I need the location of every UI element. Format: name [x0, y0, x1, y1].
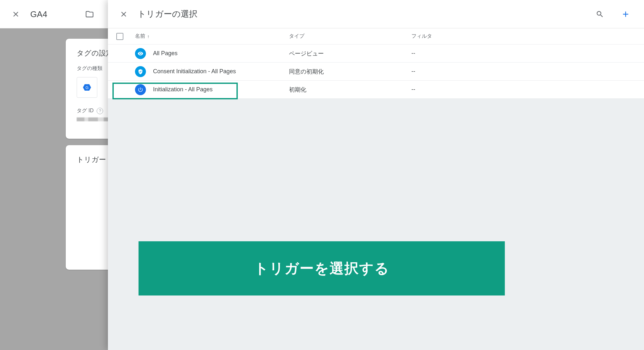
panel-empty-area — [108, 99, 644, 350]
sort-asc-icon: ↑ — [147, 34, 149, 39]
trigger-row[interactable]: Initialization - All Pages初期化-- — [108, 81, 644, 99]
panel-header: トリガーの選択 — [108, 0, 644, 28]
select-all-checkbox[interactable] — [116, 33, 123, 40]
trigger-name: Consent Initialization - All Pages — [153, 68, 289, 75]
panel-close-icon[interactable] — [119, 9, 129, 19]
google-tag-icon: G — [77, 77, 97, 98]
close-icon[interactable] — [11, 9, 21, 19]
panel-title: トリガーの選択 — [138, 8, 197, 20]
tag-name[interactable]: GA4 — [30, 9, 47, 19]
svg-text:G: G — [85, 85, 89, 90]
power-icon — [135, 84, 146, 95]
search-icon[interactable] — [595, 9, 605, 19]
trigger-row[interactable]: Consent Initialization - All Pages同意の初期化… — [108, 63, 644, 81]
help-icon[interactable]: ? — [97, 108, 103, 114]
folder-icon[interactable] — [85, 10, 94, 18]
trigger-type: 同意の初期化 — [289, 68, 411, 75]
trigger-select-panel: トリガーの選択 名前 ↑ タイプ フィルタ All Pagesページビュー--C… — [108, 0, 644, 350]
trigger-filter: -- — [411, 68, 636, 75]
column-type[interactable]: タイプ — [289, 33, 411, 40]
trigger-rows: All Pagesページビュー--Consent Initialization … — [108, 45, 644, 99]
trigger-name: Initialization - All Pages — [153, 86, 289, 93]
trigger-filter: -- — [411, 86, 636, 93]
column-filter[interactable]: フィルタ — [411, 33, 636, 40]
add-icon[interactable] — [621, 9, 630, 19]
trigger-filter: -- — [411, 50, 636, 57]
background-topbar: GA4 — [0, 0, 108, 28]
app-root: GA4 タグの設定 タグの種類 G タグ ID ? トリガー トリガーの選択 — [0, 0, 644, 350]
tag-id-label: タグ ID — [77, 107, 93, 114]
column-name[interactable]: 名前 ↑ — [135, 33, 289, 40]
trigger-type: ページビュー — [289, 50, 411, 57]
eye-icon — [135, 48, 146, 59]
trigger-row[interactable]: All Pagesページビュー-- — [108, 45, 644, 63]
annotation-banner: トリガーを選択する — [139, 241, 505, 295]
table-header: 名前 ↑ タイプ フィルタ — [108, 28, 644, 45]
shield-icon — [135, 66, 146, 77]
trigger-type: 初期化 — [289, 86, 411, 94]
trigger-name: All Pages — [153, 50, 289, 57]
